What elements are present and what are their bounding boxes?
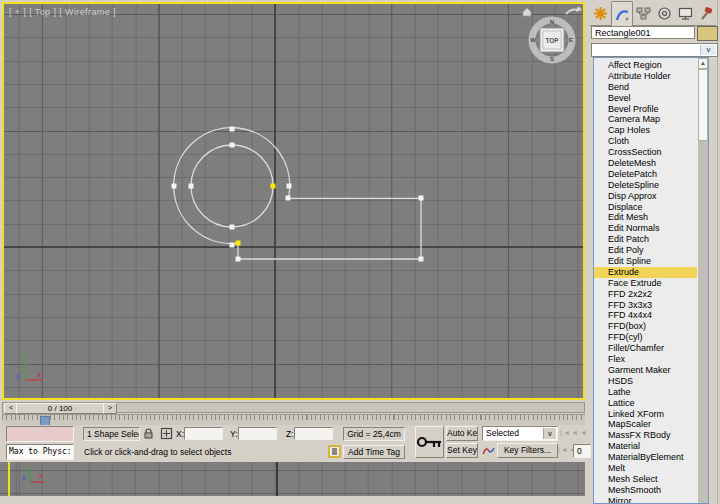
modifier-list-item[interactable]: Flex xyxy=(594,354,697,365)
modifier-list-item[interactable]: Face Extrude xyxy=(594,278,697,289)
selection-filter-dropdown[interactable]: Selected v xyxy=(482,426,558,441)
modifier-list-item[interactable]: Cap Holes xyxy=(594,125,697,136)
modifier-list-item[interactable]: Bevel Profile xyxy=(594,104,697,115)
modifier-list-item[interactable]: Garment Maker xyxy=(594,365,697,376)
selection-filter-value: Selected xyxy=(486,428,519,438)
default-tangent-icon[interactable] xyxy=(482,444,495,457)
tab-utilities[interactable] xyxy=(695,1,716,26)
chevron-down-icon[interactable]: v xyxy=(543,428,556,439)
modifier-list-item[interactable]: CrossSection xyxy=(594,147,697,158)
modifier-list-item[interactable]: FFD 4x4x4 xyxy=(594,310,697,321)
viewport-divider xyxy=(8,462,10,496)
modifier-list-item[interactable]: Edit Spline xyxy=(594,256,697,267)
modifier-list-item[interactable]: Affect Region xyxy=(594,60,697,71)
z-coordinate-field[interactable] xyxy=(294,427,333,440)
add-time-tag[interactable]: Add Time Tag xyxy=(343,445,405,459)
grid-size-display: Grid = 25,4cm xyxy=(343,427,405,441)
viewport-top[interactable]: [ + ] [ Top ] [ Wireframe ] xyxy=(2,2,585,400)
prompt-line: Click or click-and-drag to select object… xyxy=(84,445,322,459)
modifier-list-item[interactable]: Attribute Holder xyxy=(594,71,697,82)
tab-modify[interactable] xyxy=(611,1,634,26)
modifier-list-item[interactable]: FFD(box) xyxy=(594,321,697,332)
object-color-swatch[interactable] xyxy=(697,26,718,41)
tab-hierarchy[interactable] xyxy=(633,1,654,26)
tab-display[interactable] xyxy=(675,1,696,26)
viewport-label-menu[interactable]: [ + ] [ Top ] [ Wireframe ] xyxy=(9,7,116,17)
modifier-list-item[interactable]: MapScaler xyxy=(594,419,697,430)
modifier-list-item[interactable]: Melt xyxy=(594,463,697,474)
modifier-list-item[interactable]: MaterialByElement xyxy=(594,452,697,463)
modifier-list-item[interactable]: Linked XForm xyxy=(594,409,697,420)
panel-edge xyxy=(717,0,718,504)
modifier-list-item[interactable]: Lathe xyxy=(594,387,697,398)
time-next-button[interactable]: > xyxy=(103,403,117,414)
tab-create[interactable] xyxy=(590,1,611,26)
modifier-list-item[interactable]: DeletePatch xyxy=(594,169,697,180)
viewport-bottom-strip[interactable] xyxy=(0,462,585,496)
modifier-list-item[interactable]: FFD 3x3x3 xyxy=(594,300,697,311)
key-icon xyxy=(416,427,443,457)
modifier-list-item[interactable]: Edit Poly xyxy=(594,245,697,256)
x-coordinate-field[interactable] xyxy=(184,427,223,440)
modifier-list-item[interactable]: MassFX RBody xyxy=(594,430,697,441)
isolate-selection-icon[interactable] xyxy=(328,445,341,458)
x-label: X: xyxy=(176,429,184,439)
modifier-list-item[interactable]: DeleteSpline xyxy=(594,180,697,191)
modifier-list-item[interactable]: Edit Mesh xyxy=(594,212,697,223)
status-bar: Max to Physc: 1 Shape Selected X: Y: Z: … xyxy=(0,425,593,462)
auto-key-button[interactable]: Auto Key xyxy=(446,426,478,441)
modifier-list-item[interactable]: Disp Approx xyxy=(594,191,697,202)
absolute-mode-icon[interactable] xyxy=(160,427,174,441)
z-label: Z: xyxy=(286,429,294,439)
grid-axis-line xyxy=(276,462,278,496)
set-key-button[interactable]: Set Key xyxy=(446,443,478,458)
modifier-list-item[interactable]: HSDS xyxy=(594,376,697,387)
modifier-list-item[interactable]: Extrude xyxy=(594,267,697,278)
time-slider-thumb[interactable]: 0 / 100 xyxy=(16,403,104,414)
dropdown-scrollbar[interactable]: ▲ xyxy=(698,58,708,503)
time-slider[interactable]: < 0 / 100 > xyxy=(2,402,585,413)
modifier-list-item[interactable]: Bend xyxy=(594,82,697,93)
maxscript-listener-pink[interactable] xyxy=(6,426,74,442)
modifier-list-item[interactable]: Mirror xyxy=(594,496,697,503)
motion-icon xyxy=(657,6,672,21)
command-panel-tabs xyxy=(590,1,716,27)
selection-status: 1 Shape Selected xyxy=(83,427,140,441)
selection-lock-icon[interactable] xyxy=(142,427,156,441)
modifier-list-item[interactable]: DeleteMesh xyxy=(594,158,697,169)
y-coordinate-field[interactable] xyxy=(238,427,277,440)
track-bar[interactable] xyxy=(2,414,585,425)
modifier-list-item[interactable]: Fillet/Chamfer xyxy=(594,343,697,354)
display-icon xyxy=(678,6,693,21)
modify-icon xyxy=(615,7,630,22)
modifier-list-combo[interactable]: v xyxy=(591,43,718,57)
tab-motion[interactable] xyxy=(654,1,675,26)
prev-key-icon[interactable]: ◄ xyxy=(580,429,588,436)
maxscript-listener-input[interactable]: Max to Physc: xyxy=(6,444,74,460)
modifier-list-item[interactable]: Cloth xyxy=(594,136,697,147)
modifier-list-item[interactable]: Mesh Select xyxy=(594,474,697,485)
modifier-list-item[interactable]: FFD 2x2x2 xyxy=(594,289,697,300)
current-frame-field[interactable]: 0 xyxy=(573,444,591,458)
chevron-down-icon[interactable]: v xyxy=(700,45,716,55)
modifier-list-item[interactable]: Edit Normals xyxy=(594,223,697,234)
utilities-icon xyxy=(698,6,713,21)
create-icon xyxy=(593,6,608,21)
key-filters-button[interactable]: Key Filters... xyxy=(497,443,558,458)
modifier-list-item[interactable]: Lattice xyxy=(594,398,697,409)
toggle-set-key-button[interactable] xyxy=(415,426,444,458)
modifier-list-item[interactable]: Bevel xyxy=(594,93,697,104)
modifier-list-item[interactable]: MeshSmooth xyxy=(594,485,697,496)
modifier-list-item[interactable]: Displace xyxy=(594,202,697,213)
scrollbar-thumb[interactable] xyxy=(698,69,708,141)
modifier-list-item[interactable]: Camera Map xyxy=(594,114,697,125)
modifier-list-item[interactable]: Edit Patch xyxy=(594,234,697,245)
object-name-input[interactable]: Rectangle001 xyxy=(591,26,695,39)
modifier-dropdown-list: Affect RegionAttribute HolderBendBevelBe… xyxy=(593,57,709,504)
modifier-list-item[interactable]: Material xyxy=(594,441,697,452)
3dsmax-window: [ + ] [ Top ] [ Wireframe ] xyxy=(0,0,720,504)
y-label: Y: xyxy=(230,429,238,439)
modifier-list-item[interactable]: FFD(cyl) xyxy=(594,332,697,343)
go-to-start-icon[interactable]: (◄◄ xyxy=(560,429,579,436)
scroll-up-icon[interactable]: ▲ xyxy=(698,58,708,69)
